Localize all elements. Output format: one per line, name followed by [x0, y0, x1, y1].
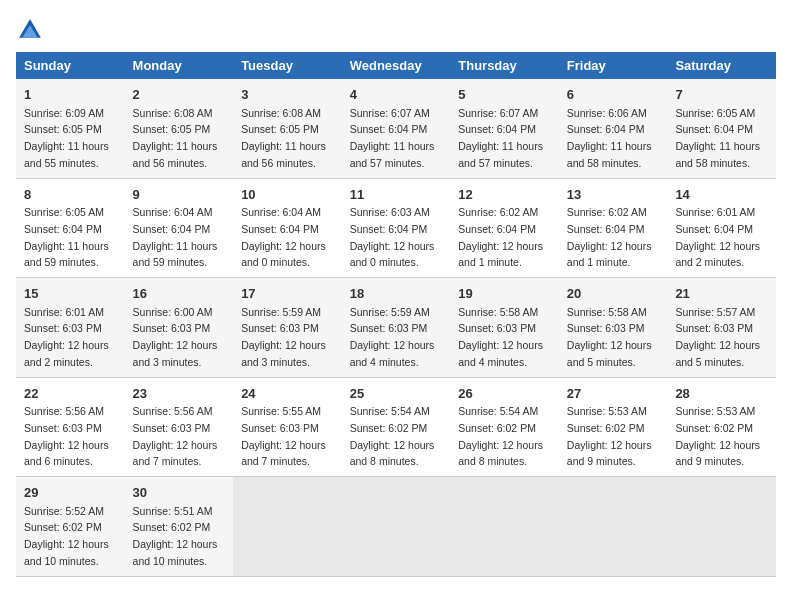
- calendar-day: 16Sunrise: 6:00 AM Sunset: 6:03 PM Dayli…: [125, 278, 234, 378]
- calendar-day: 6Sunrise: 6:06 AM Sunset: 6:04 PM Daylig…: [559, 79, 668, 178]
- calendar-day: 11Sunrise: 6:03 AM Sunset: 6:04 PM Dayli…: [342, 178, 451, 278]
- col-header-friday: Friday: [559, 52, 668, 79]
- calendar-day: [233, 477, 342, 577]
- calendar-day: 22Sunrise: 5:56 AM Sunset: 6:03 PM Dayli…: [16, 377, 125, 477]
- week-row: 15Sunrise: 6:01 AM Sunset: 6:03 PM Dayli…: [16, 278, 776, 378]
- calendar-day: 3Sunrise: 6:08 AM Sunset: 6:05 PM Daylig…: [233, 79, 342, 178]
- logo-icon: [16, 16, 44, 44]
- calendar-day: 29Sunrise: 5:52 AM Sunset: 6:02 PM Dayli…: [16, 477, 125, 577]
- header-row: SundayMondayTuesdayWednesdayThursdayFrid…: [16, 52, 776, 79]
- calendar-day: 25Sunrise: 5:54 AM Sunset: 6:02 PM Dayli…: [342, 377, 451, 477]
- calendar-day: 2Sunrise: 6:08 AM Sunset: 6:05 PM Daylig…: [125, 79, 234, 178]
- calendar-day: 20Sunrise: 5:58 AM Sunset: 6:03 PM Dayli…: [559, 278, 668, 378]
- col-header-monday: Monday: [125, 52, 234, 79]
- calendar-day: 13Sunrise: 6:02 AM Sunset: 6:04 PM Dayli…: [559, 178, 668, 278]
- calendar-day: [450, 477, 559, 577]
- calendar-day: 5Sunrise: 6:07 AM Sunset: 6:04 PM Daylig…: [450, 79, 559, 178]
- calendar-day: [559, 477, 668, 577]
- week-row: 1Sunrise: 6:09 AM Sunset: 6:05 PM Daylig…: [16, 79, 776, 178]
- calendar-table: SundayMondayTuesdayWednesdayThursdayFrid…: [16, 52, 776, 577]
- page-header: [16, 16, 776, 44]
- col-header-saturday: Saturday: [667, 52, 776, 79]
- calendar-day: 24Sunrise: 5:55 AM Sunset: 6:03 PM Dayli…: [233, 377, 342, 477]
- calendar-day: 1Sunrise: 6:09 AM Sunset: 6:05 PM Daylig…: [16, 79, 125, 178]
- col-header-thursday: Thursday: [450, 52, 559, 79]
- calendar-body: 1Sunrise: 6:09 AM Sunset: 6:05 PM Daylig…: [16, 79, 776, 576]
- calendar-day: 12Sunrise: 6:02 AM Sunset: 6:04 PM Dayli…: [450, 178, 559, 278]
- calendar-day: 18Sunrise: 5:59 AM Sunset: 6:03 PM Dayli…: [342, 278, 451, 378]
- calendar-day: 21Sunrise: 5:57 AM Sunset: 6:03 PM Dayli…: [667, 278, 776, 378]
- calendar-day: 23Sunrise: 5:56 AM Sunset: 6:03 PM Dayli…: [125, 377, 234, 477]
- calendar-day: 10Sunrise: 6:04 AM Sunset: 6:04 PM Dayli…: [233, 178, 342, 278]
- calendar-day: 9Sunrise: 6:04 AM Sunset: 6:04 PM Daylig…: [125, 178, 234, 278]
- calendar-day: 4Sunrise: 6:07 AM Sunset: 6:04 PM Daylig…: [342, 79, 451, 178]
- week-row: 22Sunrise: 5:56 AM Sunset: 6:03 PM Dayli…: [16, 377, 776, 477]
- calendar-day: 14Sunrise: 6:01 AM Sunset: 6:04 PM Dayli…: [667, 178, 776, 278]
- logo: [16, 16, 48, 44]
- calendar-day: 15Sunrise: 6:01 AM Sunset: 6:03 PM Dayli…: [16, 278, 125, 378]
- calendar-day: 8Sunrise: 6:05 AM Sunset: 6:04 PM Daylig…: [16, 178, 125, 278]
- calendar-day: 7Sunrise: 6:05 AM Sunset: 6:04 PM Daylig…: [667, 79, 776, 178]
- col-header-sunday: Sunday: [16, 52, 125, 79]
- calendar-day: 17Sunrise: 5:59 AM Sunset: 6:03 PM Dayli…: [233, 278, 342, 378]
- calendar-day: 26Sunrise: 5:54 AM Sunset: 6:02 PM Dayli…: [450, 377, 559, 477]
- week-row: 8Sunrise: 6:05 AM Sunset: 6:04 PM Daylig…: [16, 178, 776, 278]
- calendar-day: [342, 477, 451, 577]
- calendar-day: 27Sunrise: 5:53 AM Sunset: 6:02 PM Dayli…: [559, 377, 668, 477]
- calendar-day: 28Sunrise: 5:53 AM Sunset: 6:02 PM Dayli…: [667, 377, 776, 477]
- week-row: 29Sunrise: 5:52 AM Sunset: 6:02 PM Dayli…: [16, 477, 776, 577]
- calendar-day: 19Sunrise: 5:58 AM Sunset: 6:03 PM Dayli…: [450, 278, 559, 378]
- calendar-header: SundayMondayTuesdayWednesdayThursdayFrid…: [16, 52, 776, 79]
- col-header-tuesday: Tuesday: [233, 52, 342, 79]
- col-header-wednesday: Wednesday: [342, 52, 451, 79]
- calendar-day: 30Sunrise: 5:51 AM Sunset: 6:02 PM Dayli…: [125, 477, 234, 577]
- calendar-day: [667, 477, 776, 577]
